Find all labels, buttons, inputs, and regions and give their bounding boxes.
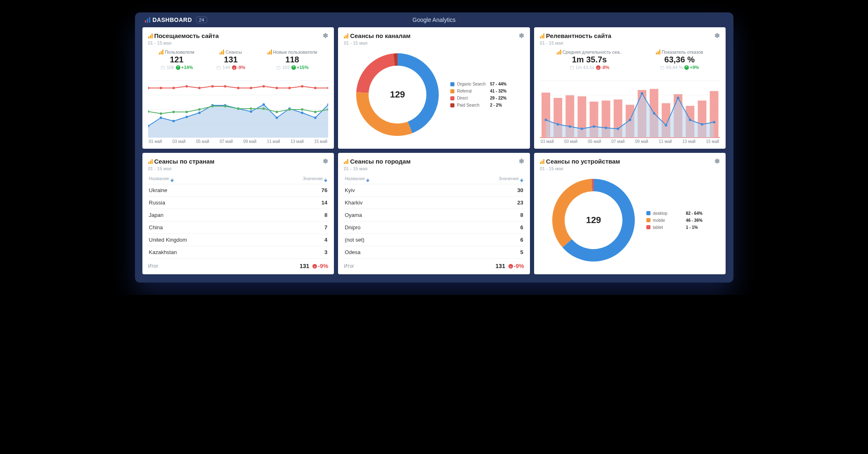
- col-value[interactable]: Значение: [499, 176, 523, 182]
- svg-point-35: [262, 107, 265, 110]
- metric: Пользователи 121 106 ⌃+14%: [159, 50, 194, 70]
- line-point[interactable]: [653, 112, 655, 114]
- ga-icon: [267, 50, 272, 55]
- line-point[interactable]: [713, 121, 715, 124]
- metric-compare: 144: [222, 65, 230, 70]
- donut-slice[interactable]: [552, 179, 592, 247]
- date-range: 01 - 15 мая: [148, 40, 219, 45]
- gear-icon[interactable]: [518, 158, 524, 164]
- line-point[interactable]: [665, 124, 667, 126]
- line-point[interactable]: [629, 119, 631, 121]
- line-point[interactable]: [557, 123, 559, 126]
- svg-point-31: [211, 105, 213, 107]
- row-name: Odesa: [345, 249, 360, 255]
- line-point[interactable]: [641, 92, 643, 95]
- ga-icon: [220, 50, 224, 55]
- table-row[interactable]: Russia14: [148, 196, 329, 209]
- legend-item[interactable]: desktop 82 - 64%: [646, 211, 702, 216]
- relevance-chart: 01 май03 май05 май07 май09 май11 май13 м…: [540, 72, 720, 144]
- metric-compare: 103: [282, 65, 290, 70]
- donut-slice[interactable]: [356, 53, 395, 93]
- col-name[interactable]: Название: [149, 176, 174, 182]
- table-row[interactable]: Kharkiv23: [344, 196, 524, 209]
- svg-rect-4: [277, 66, 280, 69]
- svg-rect-0: [161, 66, 164, 69]
- ga-icon: [148, 33, 153, 38]
- line-point[interactable]: [689, 119, 691, 121]
- table-row[interactable]: Kyiv30: [344, 184, 524, 196]
- metric-value: 131: [216, 55, 245, 64]
- row-value: 14: [322, 200, 327, 206]
- x-tick: 11 май: [267, 139, 280, 144]
- row-value: 6: [520, 224, 523, 231]
- line-point[interactable]: [677, 97, 679, 99]
- brand-logo[interactable]: DASHBOARD 24: [145, 17, 208, 23]
- table-row[interactable]: (not set)6: [344, 233, 524, 246]
- legend-swatch: [450, 96, 454, 100]
- svg-point-42: [159, 87, 162, 89]
- ga-icon: [344, 33, 348, 38]
- metric-label: Показатель отказов: [662, 50, 703, 55]
- legend-item[interactable]: Direct 29 - 22%: [450, 96, 506, 100]
- legend-swatch: [450, 89, 454, 93]
- metric: Новые пользователи 118 103 ⌃+15%: [267, 50, 317, 70]
- gear-icon[interactable]: [713, 158, 720, 164]
- line-point[interactable]: [569, 125, 571, 128]
- col-value[interactable]: Значение: [303, 176, 327, 182]
- svg-point-49: [250, 87, 252, 89]
- svg-point-34: [250, 107, 252, 110]
- gear-icon[interactable]: [322, 158, 328, 164]
- gear-icon[interactable]: [518, 32, 524, 39]
- row-name: Dnipro: [345, 224, 360, 231]
- row-value: 7: [324, 224, 327, 231]
- svg-point-52: [288, 87, 291, 89]
- traffic-chart: 01 май03 май05 май07 май09 май11 май13 м…: [148, 72, 329, 144]
- logo-bars-icon: [145, 17, 150, 23]
- cities-table: Название Значение Kyiv30Kharkiv23Oyama8D…: [344, 174, 524, 269]
- svg-rect-58: [660, 66, 664, 69]
- table-row[interactable]: Oyama8: [344, 209, 524, 221]
- metric-row: Пользователи 121 106 ⌃+14% Сеансы 131 14…: [148, 50, 329, 70]
- line-point[interactable]: [544, 119, 547, 121]
- metric-delta: ⌃+9%: [684, 65, 699, 70]
- table-row[interactable]: Kazakhstan3: [148, 246, 329, 258]
- legend-item[interactable]: tablet 1 - 1%: [646, 225, 702, 230]
- line-point[interactable]: [581, 128, 583, 130]
- metric-delta: ⌃+14%: [176, 65, 193, 70]
- row-value: 76: [322, 187, 327, 193]
- row-value: 6: [520, 237, 523, 243]
- line-point[interactable]: [593, 125, 595, 128]
- svg-point-12: [159, 116, 162, 119]
- legend-item[interactable]: Paid Search 2 - 2%: [450, 103, 506, 107]
- total-label: Итог: [344, 263, 354, 269]
- svg-point-51: [275, 87, 278, 89]
- svg-point-24: [314, 116, 316, 119]
- table-row[interactable]: Dnipro6: [344, 221, 524, 233]
- col-name[interactable]: Название: [345, 176, 369, 182]
- metric-value: 121: [159, 55, 194, 64]
- row-value: 8: [324, 212, 327, 218]
- table-row[interactable]: Odesa5: [344, 246, 524, 258]
- table-row[interactable]: Japan8: [148, 209, 329, 221]
- card-channels: Сеансы по каналам 01 - 15 мая 129 Organi…: [338, 27, 530, 149]
- svg-point-23: [301, 112, 303, 114]
- x-tick: 13 май: [682, 139, 695, 144]
- metric: Средняя длительность сеа.. 1m 35.7s 1m 4…: [557, 50, 622, 70]
- card-cities: Сеансы по городам 01 - 15 мая Название З…: [338, 153, 530, 274]
- legend-item[interactable]: mobile 46 - 36%: [646, 218, 702, 223]
- table-row[interactable]: Ukraine76: [148, 184, 329, 196]
- x-tick: 13 май: [291, 139, 304, 144]
- metric-row: Средняя длительность сеа.. 1m 35.7s 1m 4…: [540, 50, 720, 70]
- dashboard-frame: DASHBOARD 24 Google Analytics Посещаемос…: [135, 12, 733, 283]
- legend-item[interactable]: Organic Search 57 - 44%: [450, 82, 506, 86]
- table-row[interactable]: China7: [148, 221, 329, 233]
- line-point[interactable]: [617, 128, 619, 130]
- gear-icon[interactable]: [322, 32, 328, 39]
- svg-point-45: [198, 87, 201, 89]
- legend-item[interactable]: Referral 41 - 32%: [450, 89, 506, 93]
- line-point[interactable]: [701, 123, 703, 126]
- line-point[interactable]: [605, 127, 607, 129]
- table-row[interactable]: United Kingdom4: [148, 233, 329, 246]
- countries-table: Название Значение Ukraine76Russia14Japan…: [148, 174, 329, 269]
- gear-icon[interactable]: [713, 32, 720, 39]
